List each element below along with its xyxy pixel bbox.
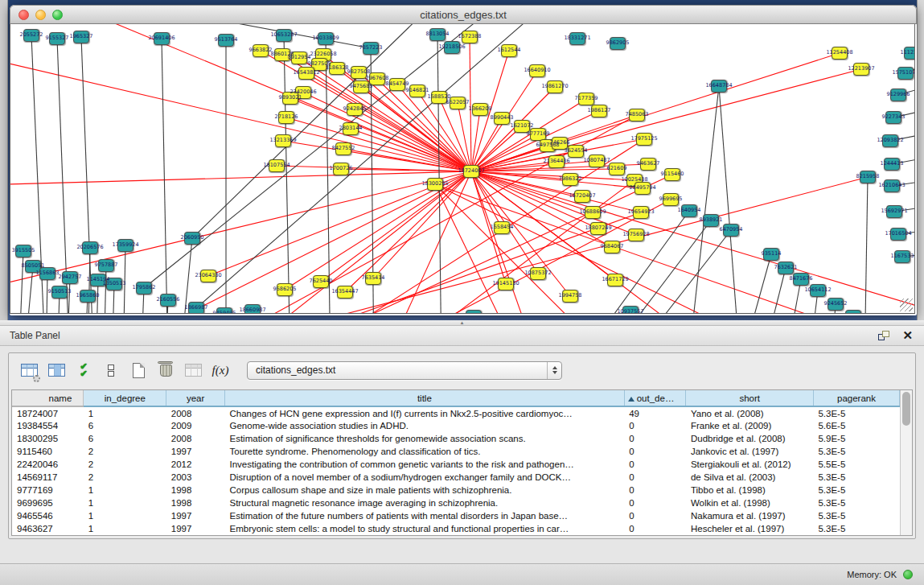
table-cell[interactable]: 5.9E-5 <box>813 432 899 445</box>
table-cell[interactable]: Nakamura et al. (1997) <box>686 509 814 522</box>
column-header-title[interactable]: title <box>225 390 625 406</box>
window-titlebar[interactable]: citations_edges.txt <box>10 5 917 24</box>
table-cell[interactable]: 9463627 <box>12 522 84 535</box>
table-cell[interactable]: 1 <box>84 406 166 419</box>
table-cell[interactable]: Embryonic stem cells: a model to study s… <box>225 522 625 535</box>
table-cell[interactable]: Tourette syndrome. Phenomenology and cla… <box>225 445 625 458</box>
column-header-out_de[interactable]: out_de… <box>624 390 686 406</box>
check-list-icon[interactable]: ✔✔ <box>72 358 96 382</box>
column-header-name[interactable]: name <box>12 390 84 406</box>
table-cell[interactable]: 5.3E-5 <box>813 471 899 484</box>
rows-icon[interactable] <box>99 358 123 382</box>
table-cell[interactable]: Franke et al. (2009) <box>686 419 814 432</box>
table-row[interactable]: 911546021997Tourette syndrome. Phenomeno… <box>12 445 900 458</box>
table-cell[interactable]: 5.5E-5 <box>813 458 899 471</box>
table-cell[interactable]: 1997 <box>166 522 225 535</box>
table-cell[interactable]: 49 <box>624 406 686 419</box>
column-header-year[interactable]: year <box>166 390 225 406</box>
table-cell[interactable]: Disruption of a novel member of a sodium… <box>225 471 625 484</box>
table-cell[interactable]: Structural magnetic resonance image aver… <box>225 496 625 509</box>
table-row[interactable]: 946554611997Estimation of the future num… <box>12 509 900 522</box>
table-cell[interactable]: 22420046 <box>12 458 84 471</box>
table-header-row[interactable]: namein_degreeyeartitleout_de…shortpagera… <box>12 390 900 406</box>
table-cell[interactable]: 2 <box>84 458 166 471</box>
table-cell[interactable]: 5.3E-5 <box>813 484 899 496</box>
function-icon[interactable]: f(x) <box>208 358 232 382</box>
column-header-short[interactable]: short <box>686 390 814 406</box>
table-cell[interactable]: 1998 <box>166 496 225 509</box>
table-cell[interactable]: 1997 <box>166 445 225 458</box>
trash-icon[interactable] <box>154 358 178 382</box>
table-row[interactable]: 1456911722003Disruption of a novel membe… <box>12 471 900 484</box>
table-cell[interactable]: 5.3E-5 <box>813 406 899 419</box>
table-cell[interactable]: 1997 <box>166 509 225 522</box>
float-panel-icon[interactable] <box>878 331 889 340</box>
table-cell[interactable]: Estimation of significance thresholds fo… <box>225 432 625 445</box>
table-cell[interactable]: 19384554 <box>12 419 84 432</box>
column-select-icon[interactable] <box>44 358 68 382</box>
table-cell[interactable]: Jankovic et al. (1997) <box>686 445 814 458</box>
table-cell[interactable]: Hescheler et al. (1997) <box>686 522 814 535</box>
close-panel-icon[interactable]: ✕ <box>902 330 913 341</box>
table-cell[interactable]: 9777169 <box>12 484 84 496</box>
table-cell[interactable]: 6 <box>84 432 166 445</box>
window-resize-grip[interactable] <box>900 299 913 311</box>
table-cell[interactable]: 14569117 <box>12 471 84 484</box>
table-cell[interactable]: 5.3E-5 <box>813 509 899 522</box>
table-cell[interactable]: 18300295 <box>12 432 84 445</box>
table-cell[interactable]: 0 <box>624 509 686 522</box>
table-cell[interactable]: 5.3E-5 <box>813 496 899 509</box>
table-cell[interactable]: 0 <box>624 458 686 471</box>
memory-status-icon[interactable] <box>903 570 913 579</box>
table-cell[interactable]: 9115460 <box>12 445 84 458</box>
table-cell[interactable]: de Silva et al. (2003) <box>686 471 814 484</box>
table-cell[interactable]: 0 <box>624 496 686 509</box>
table-cell[interactable]: 9465546 <box>12 509 84 522</box>
table-row[interactable]: 1830029562008Estimation of significance … <box>12 432 900 445</box>
network-canvas[interactable]: 1872400796638228860128891295423226058982… <box>10 24 915 314</box>
new-document-icon[interactable] <box>126 358 150 382</box>
table-cell[interactable]: 2008 <box>166 432 225 445</box>
table-cell[interactable]: 0 <box>624 484 686 496</box>
table-cell[interactable]: 9699695 <box>12 496 84 509</box>
table-row[interactable]: 2242004622012Investigating the contribut… <box>12 458 900 471</box>
table-cell[interactable]: Dudbridge et al. (2008) <box>686 432 814 445</box>
table-cell[interactable]: Stergiakouli et al. (2012) <box>686 458 814 471</box>
table-row[interactable]: 1938455462009Genome-wide association stu… <box>12 419 900 432</box>
splitter-handle-icon[interactable]: ▴ <box>0 320 924 325</box>
table-cell[interactable]: Tibbo et al. (1998) <box>686 484 814 496</box>
table-cell[interactable]: 1998 <box>166 484 225 496</box>
table-cell[interactable]: 0 <box>624 419 686 432</box>
table-cell[interactable]: 2 <box>84 445 166 458</box>
table-cell[interactable]: 2003 <box>166 471 225 484</box>
table-cell[interactable]: 2012 <box>166 458 225 471</box>
table-cell[interactable]: 6 <box>84 419 166 432</box>
table-cell[interactable]: Genome-wide association studies in ADHD. <box>225 419 625 432</box>
table-row[interactable]: 1872400712008Changes of HCN gene express… <box>12 406 900 419</box>
table-select-dropdown[interactable]: citations_edges.txt <box>247 361 562 380</box>
panel-splitter[interactable]: ▴ <box>0 320 924 326</box>
table-cell[interactable]: 1 <box>84 496 166 509</box>
table-row[interactable]: 977716911998Corpus callosum shape and si… <box>12 484 900 496</box>
table-cell[interactable]: 2008 <box>166 406 225 419</box>
table-cell[interactable]: 0 <box>624 471 686 484</box>
table-cell[interactable]: 0 <box>624 522 686 535</box>
table-cell[interactable]: 5.3E-5 <box>813 522 899 535</box>
table-cell[interactable]: Investigating the contribution of common… <box>225 458 625 471</box>
node-table[interactable]: namein_degreeyeartitleout_de…shortpagera… <box>12 390 900 535</box>
table-cell[interactable]: 18724007 <box>12 406 84 419</box>
table-cell[interactable]: Corpus callosum shape and size in male p… <box>225 484 625 496</box>
table-cell[interactable]: 0 <box>624 445 686 458</box>
scrollbar-thumb[interactable] <box>902 392 910 426</box>
table-cell[interactable]: 2 <box>84 471 166 484</box>
table-cell[interactable]: Estimation of the future numbers of pati… <box>225 509 625 522</box>
table-cell[interactable]: 0 <box>624 432 686 445</box>
table-scrollbar[interactable] <box>900 390 912 535</box>
table-cell[interactable]: 1 <box>84 522 166 535</box>
table-cell[interactable]: Yano et al. (2008) <box>686 406 814 419</box>
table-settings-icon[interactable] <box>17 358 41 382</box>
table-row[interactable]: 969969511998Structural magnetic resonanc… <box>12 496 900 509</box>
column-header-pagerank[interactable]: pagerank <box>813 390 899 406</box>
table-cell[interactable]: 2009 <box>166 419 225 432</box>
table-cell[interactable]: 5.3E-5 <box>813 445 899 458</box>
